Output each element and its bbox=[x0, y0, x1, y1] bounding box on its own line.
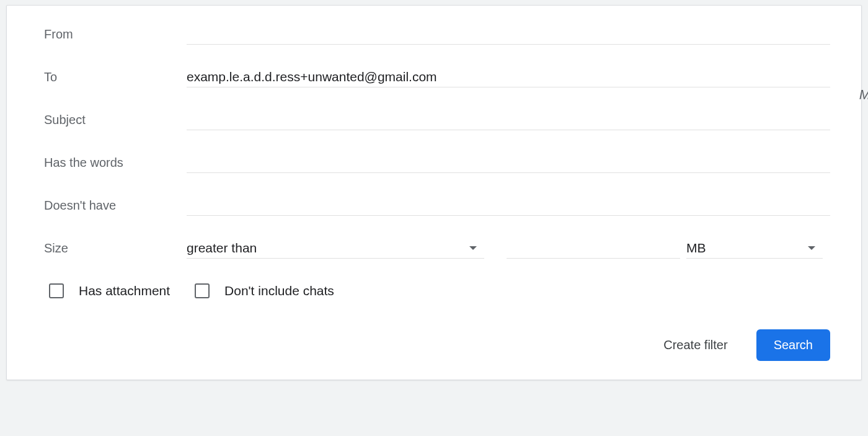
size-comparator-value: greater than bbox=[187, 241, 257, 256]
size-unit-select[interactable]: MB bbox=[686, 238, 823, 259]
doesnt-have-label: Doesn't have bbox=[44, 198, 187, 213]
size-row: Size greater than MB bbox=[44, 238, 830, 259]
has-attachment-label: Has attachment bbox=[79, 283, 170, 298]
search-filter-dialog: From To Subject Has the words Doesn't ha… bbox=[6, 5, 862, 380]
subject-label: Subject bbox=[44, 113, 187, 127]
doesnt-have-input[interactable] bbox=[187, 195, 830, 216]
background-text: M bbox=[859, 87, 868, 103]
to-row: To bbox=[44, 67, 830, 87]
has-attachment-checkbox-item[interactable]: Has attachment bbox=[49, 283, 170, 298]
dropdown-icon bbox=[469, 246, 477, 250]
button-row: Create filter Search bbox=[44, 329, 830, 361]
subject-input[interactable] bbox=[187, 110, 830, 130]
size-value-input[interactable] bbox=[507, 238, 680, 259]
checkbox-row: Has attachment Don't include chats bbox=[44, 283, 830, 298]
has-words-label: Has the words bbox=[44, 156, 187, 170]
from-label: From bbox=[44, 27, 187, 42]
from-input[interactable] bbox=[187, 24, 830, 45]
dropdown-icon bbox=[808, 246, 815, 250]
size-comparator-select[interactable]: greater than bbox=[187, 238, 484, 259]
size-label: Size bbox=[44, 241, 187, 256]
has-words-row: Has the words bbox=[44, 153, 830, 173]
to-input[interactable] bbox=[187, 67, 830, 87]
create-filter-button[interactable]: Create filter bbox=[660, 332, 731, 358]
dont-include-chats-label: Don't include chats bbox=[224, 283, 334, 298]
dont-include-chats-checkbox[interactable] bbox=[195, 283, 210, 298]
from-row: From bbox=[44, 24, 830, 45]
search-button[interactable]: Search bbox=[756, 329, 830, 361]
doesnt-have-row: Doesn't have bbox=[44, 195, 830, 216]
size-unit-value: MB bbox=[686, 241, 706, 256]
subject-row: Subject bbox=[44, 110, 830, 130]
has-words-input[interactable] bbox=[187, 153, 830, 173]
to-label: To bbox=[44, 70, 187, 84]
has-attachment-checkbox[interactable] bbox=[49, 283, 64, 298]
dont-include-chats-checkbox-item[interactable]: Don't include chats bbox=[195, 283, 334, 298]
